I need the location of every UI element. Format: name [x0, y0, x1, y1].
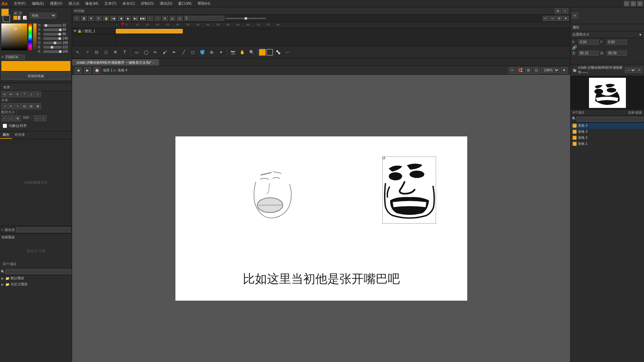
scene-label[interactable]: 场景 1	[103, 68, 112, 73]
b2-slider[interactable]	[43, 46, 62, 49]
rect-tool-button[interactable]: ▭	[132, 48, 141, 57]
select-tool-button[interactable]: ↖	[73, 48, 82, 57]
canvas-area[interactable]: 比如这里当初他是张开嘴巴吧	[72, 75, 570, 362]
text-tool-button[interactable]: T	[120, 48, 129, 57]
snap-button[interactable]: ⊕	[162, 16, 168, 21]
h-slider[interactable]	[43, 24, 62, 27]
extra-tools-button[interactable]: ⋯	[283, 48, 292, 57]
r-slider[interactable]	[43, 37, 62, 40]
maximize-button[interactable]: □	[631, 1, 636, 6]
align-center-h-button[interactable]: ⊳	[8, 91, 14, 97]
tl-more-icon[interactable]: ⚙	[556, 16, 562, 21]
snapping-icon[interactable]: 🧲	[517, 67, 524, 74]
color-type-select[interactable]: 纯色	[30, 13, 56, 18]
tl-settings-icon[interactable]: ⚙	[555, 8, 561, 14]
y-input[interactable]	[607, 40, 627, 45]
alpha-slider[interactable]	[33, 23, 37, 50]
library-dropdown[interactable]: —	[625, 67, 636, 73]
properties-icon[interactable]: ≡	[572, 13, 578, 19]
stroke-color-swatch[interactable]	[266, 49, 273, 56]
menu-insert[interactable]: 插入(I)	[66, 0, 82, 7]
bone-tool-button[interactable]: 🦴	[274, 48, 282, 57]
asset-item-2[interactable]: ◁ 表格 2	[571, 135, 644, 141]
asset-search-input[interactable]	[577, 117, 643, 122]
play-button[interactable]: ▶	[125, 16, 131, 21]
gradient-icon[interactable]	[18, 16, 22, 20]
pencil-tool-button[interactable]: ✏	[151, 48, 160, 57]
color-gradient-picker[interactable]	[1, 23, 27, 50]
ink-bottle-button[interactable]: ⊕	[207, 48, 216, 57]
menu-command[interactable]: 命令(C)	[120, 0, 138, 7]
file-tab-active[interactable]: cctalk-沙雕动画AN软件满级教学 一键换表方法.fla* ×	[72, 59, 159, 66]
track-outline-icon[interactable]: □	[82, 29, 84, 33]
stage-settings-icon[interactable]: ▼	[561, 67, 568, 74]
stroke-color-box[interactable]	[3, 15, 10, 22]
track-bar-1[interactable]	[116, 29, 183, 34]
pos-size-header[interactable]: 位置和大小 ▼	[571, 31, 644, 38]
menu-modify[interactable]: 修改(M)	[83, 0, 101, 7]
link-constraint-icon[interactable]: 🔗	[572, 45, 577, 50]
delete-layer-button[interactable]: 🗑	[81, 16, 87, 21]
eyedropper-button[interactable]: ✦	[217, 48, 225, 57]
minimize-button[interactable]: ─	[624, 1, 629, 6]
menu-file[interactable]: 文件(F)	[11, 0, 29, 7]
close-button[interactable]: ×	[637, 1, 643, 6]
menu-window[interactable]: 窗口(W)	[175, 0, 194, 7]
clip-toggle-icon[interactable]: ✂	[509, 67, 516, 74]
asset-item-3[interactable]: ◁ 表格 3	[571, 129, 644, 135]
back-nav-button[interactable]: ◀	[75, 67, 82, 74]
asset-item-1[interactable]: ◁ 表格 1	[571, 141, 644, 147]
filter-input[interactable]	[16, 227, 70, 232]
h-input[interactable]	[607, 51, 627, 56]
track-row-1[interactable]	[116, 28, 570, 34]
onion-button[interactable]: ◎	[169, 16, 175, 21]
dist-center-v-button[interactable]: ⊞	[28, 103, 34, 109]
add-layer-button[interactable]: +	[73, 16, 79, 21]
asset-item-4[interactable]: ◁ 表格 4	[571, 123, 644, 129]
easing-slider[interactable]	[226, 18, 266, 19]
menu-text[interactable]: 文本(T)	[102, 0, 119, 7]
match-both-button[interactable]: ⊕	[15, 115, 21, 121]
lock-icon[interactable]: 🔒	[103, 16, 109, 21]
tree-item-default[interactable]: ▶ 📁 默认预设	[0, 275, 72, 281]
tl-control-icon[interactable]: ■	[88, 16, 94, 21]
space-h-button[interactable]: ↔	[34, 115, 40, 121]
grid-icon[interactable]: ⊞	[525, 67, 532, 74]
a-slider[interactable]	[43, 50, 62, 53]
color-tab[interactable]: 颜色	[0, 131, 12, 139]
track-label-1[interactable]: 👁 🔒 □ 图层_1	[72, 28, 115, 34]
total-frames-input[interactable]	[204, 16, 224, 21]
brush-tool-button[interactable]: 🖌	[160, 48, 169, 57]
pen-tool-button[interactable]: ✒	[170, 48, 178, 57]
hand-tool-button[interactable]: ✋	[238, 48, 247, 57]
redo-icon[interactable]: ↪	[549, 16, 555, 21]
frame-number-input[interactable]	[184, 16, 194, 21]
dist-bottom-button[interactable]: ⊠	[35, 103, 41, 109]
inked-face-container[interactable]	[382, 157, 436, 224]
subselect-tool-button[interactable]: ↗	[83, 48, 92, 57]
stage-align-checkbox[interactable]	[3, 124, 7, 128]
align-center-v-button[interactable]: ⊥	[28, 91, 34, 97]
paint-bucket-button[interactable]: 🪣	[198, 48, 207, 57]
s-slider[interactable]	[43, 28, 62, 31]
undo-icon[interactable]: ↩	[543, 16, 549, 21]
tree-item-custom[interactable]: ▶ 📁 自定义预设	[0, 281, 72, 287]
stage-zoom-icon[interactable]: ⊡	[533, 67, 540, 74]
step-back-button[interactable]: ←	[147, 16, 153, 21]
dist-left-button[interactable]: ⊣	[1, 103, 7, 109]
match-width-button[interactable]: ↔	[1, 115, 7, 121]
swatches-tab[interactable]: 样色漆	[12, 131, 28, 139]
fill-color-swatch[interactable]	[259, 49, 266, 56]
eraser-tool-button[interactable]: ◻	[189, 48, 197, 57]
step-forward-button[interactable]: →	[155, 16, 161, 21]
solid-color-icon[interactable]	[13, 16, 17, 20]
preset-search-input[interactable]	[5, 269, 71, 274]
dist-top-button[interactable]: ⊟	[21, 103, 28, 109]
align-top-button[interactable]: ⊤	[21, 91, 28, 97]
menu-control[interactable]: 控制(O)	[138, 0, 156, 7]
close-tab-icon[interactable]: ×	[153, 61, 155, 65]
free-transform-button[interactable]: ⊡	[92, 48, 101, 57]
align-bottom-button[interactable]: ⊦	[35, 91, 41, 97]
hex-input[interactable]	[5, 55, 25, 60]
forward-nav-button[interactable]: ▶	[84, 67, 91, 74]
